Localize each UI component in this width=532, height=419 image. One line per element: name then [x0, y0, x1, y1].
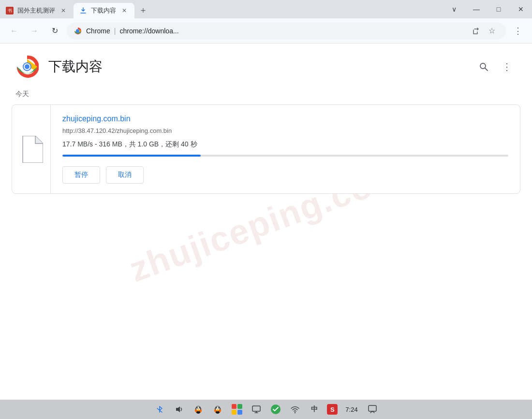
- progress-bar-fill: [62, 155, 201, 157]
- svg-point-16: [197, 409, 200, 411]
- tab1-close-button[interactable]: ✕: [59, 6, 68, 15]
- download-url: http://38.47.120.42/zhujiceping.com.bin: [62, 127, 508, 134]
- svg-point-12: [197, 407, 198, 408]
- close-button[interactable]: ✕: [510, 0, 532, 18]
- maximize-button[interactable]: □: [488, 0, 510, 18]
- volume-icon[interactable]: [172, 403, 186, 416]
- notification-center-button[interactable]: [366, 403, 379, 416]
- svg-rect-33: [369, 405, 376, 411]
- download-actions: 暂停 取消: [62, 166, 508, 184]
- display-icon[interactable]: [250, 403, 263, 416]
- chinese-input-icon[interactable]: 中: [308, 403, 321, 416]
- download-filename[interactable]: zhujiceping.com.bin: [62, 115, 508, 123]
- downloads-page: zhujiceping.com 下载内容: [0, 43, 532, 400]
- tab-1[interactable]: 书 国外主机测评 ✕: [0, 3, 74, 18]
- download-info: zhujiceping.com.bin http://38.47.120.42/…: [51, 105, 520, 193]
- reload-button[interactable]: ↻: [46, 23, 63, 39]
- svg-rect-28: [252, 406, 260, 411]
- svg-point-23: [216, 409, 219, 411]
- colorful-app-icon[interactable]: [230, 403, 244, 416]
- tab-2[interactable]: 下载内容 ✕: [74, 3, 134, 18]
- bluetooth-icon[interactable]: [153, 403, 166, 416]
- address-separator: |: [114, 27, 116, 35]
- progress-bar-container: [62, 155, 508, 157]
- minimize-button[interactable]: —: [465, 0, 488, 18]
- svg-point-7: [480, 63, 486, 69]
- qq2-icon[interactable]: [211, 403, 224, 416]
- svg-point-19: [216, 407, 217, 408]
- chrome-logo-icon: [74, 27, 82, 35]
- more-options-button[interactable]: ⋮: [497, 57, 517, 76]
- svg-line-8: [485, 68, 488, 71]
- cancel-button[interactable]: 取消: [106, 166, 144, 184]
- forward-button[interactable]: →: [26, 23, 43, 39]
- browser-name-label: Chrome: [86, 27, 110, 35]
- svg-point-2: [76, 29, 79, 32]
- share-icon[interactable]: [468, 24, 483, 38]
- chrome-logo-large-icon: [15, 55, 39, 78]
- svg-rect-24: [232, 404, 236, 409]
- tab1-favicon: 书: [6, 7, 14, 14]
- download-speed-info: 17.7 MB/s - 316 MB，共 1.0 GB，还剩 40 秒: [62, 140, 508, 149]
- tab2-favicon: [79, 7, 87, 14]
- tab2-title: 下载内容: [91, 6, 116, 15]
- window-controls: ∨ — □ ✕: [443, 0, 532, 18]
- chevron-down-button[interactable]: ∨: [443, 0, 465, 18]
- address-bar[interactable]: Chrome | chrome://downloa... ☆: [67, 23, 506, 39]
- sogou-icon[interactable]: S: [327, 404, 338, 415]
- tab1-title: 国外主机测评: [17, 6, 55, 15]
- taskbar: 中 S 7:24: [0, 400, 532, 419]
- address-url-label: chrome://downloa...: [119, 27, 178, 35]
- qq1-icon[interactable]: [192, 403, 205, 416]
- tab2-close-button[interactable]: ✕: [120, 6, 129, 15]
- title-bar: 书 国外主机测评 ✕ 下载内容 ✕ + ∨ —: [0, 0, 532, 18]
- new-tab-button[interactable]: +: [136, 4, 150, 17]
- svg-point-20: [218, 407, 219, 408]
- pause-button[interactable]: 暂停: [62, 166, 100, 184]
- chrome-menu-button[interactable]: ⋮: [510, 23, 526, 39]
- svg-point-13: [199, 407, 200, 408]
- download-card: zhujiceping.com.bin http://38.47.120.42/…: [12, 104, 520, 194]
- back-button[interactable]: ←: [6, 23, 22, 39]
- svg-point-32: [295, 412, 296, 413]
- bookmark-icon[interactable]: ☆: [485, 24, 499, 38]
- time-label: 7:24: [345, 406, 357, 413]
- svg-marker-9: [176, 406, 180, 412]
- file-icon: [20, 136, 43, 163]
- search-button[interactable]: [474, 57, 493, 76]
- section-today-label: 今天: [0, 86, 532, 104]
- svg-point-6: [25, 64, 30, 69]
- system-time: 7:24: [343, 403, 359, 416]
- wifi-icon[interactable]: [288, 403, 302, 416]
- check-green-icon[interactable]: [269, 403, 282, 416]
- tab-strip: 书 国外主机测评 ✕ 下载内容 ✕ +: [0, 0, 150, 18]
- svg-rect-26: [232, 410, 236, 415]
- svg-rect-25: [237, 404, 242, 409]
- page-header: 下载内容 ⋮: [0, 43, 532, 86]
- page-title: 下载内容: [48, 58, 103, 76]
- toolbar: ← → ↻ Chrome | chrome://downloa... ☆: [0, 18, 532, 43]
- address-actions: ☆: [468, 24, 499, 38]
- svg-rect-27: [237, 410, 242, 415]
- file-icon-area: [12, 105, 51, 193]
- header-actions: ⋮: [474, 57, 517, 76]
- toolbar-right: ⋮: [510, 23, 526, 39]
